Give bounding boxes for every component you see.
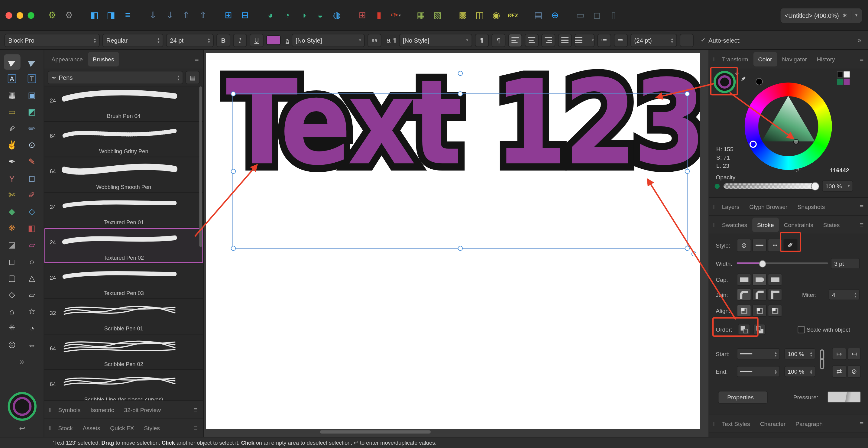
- selection-handle[interactable]: [685, 169, 690, 174]
- brush-category-select[interactable]: ✒ Pens ▴▾: [48, 71, 183, 84]
- align-left-button[interactable]: [508, 34, 522, 47]
- brush-item[interactable]: 24 Brush Pen 04: [44, 86, 204, 122]
- italic-button[interactable]: I: [233, 34, 247, 47]
- horizontal-scrollbar-thumb[interactable]: [320, 430, 431, 434]
- order-behind-button[interactable]: [738, 324, 750, 335]
- active-color-swatch[interactable]: [714, 71, 736, 93]
- forward-one-icon[interactable]: ⇑: [179, 7, 194, 24]
- cap-square-button[interactable]: [768, 274, 782, 286]
- tool-fill[interactable]: ◆: [4, 204, 20, 219]
- opacity-value-select[interactable]: 100 % ▾: [822, 180, 853, 192]
- document-page[interactable]: Text 123 Text 123: [206, 53, 700, 429]
- align-inside-stroke-button[interactable]: [752, 304, 767, 317]
- tool-gradient-picker[interactable]: ▱: [24, 237, 40, 252]
- tool-pencil[interactable]: ✎: [24, 154, 40, 169]
- panel-menu-icon[interactable]: ≡: [856, 221, 867, 229]
- font-family-select[interactable]: Block Pro ▴▾: [4, 34, 100, 47]
- stroke-none-button[interactable]: ⊘: [737, 239, 751, 252]
- selection-handle[interactable]: [231, 91, 236, 96]
- tab-transform[interactable]: Transform: [717, 52, 753, 66]
- view-mode-icon[interactable]: ▤: [531, 7, 546, 24]
- pixel-grid-icon[interactable]: ▦: [414, 7, 429, 24]
- tool-node[interactable]: ▶: [24, 54, 40, 69]
- tool-style-picker[interactable]: ✏: [24, 121, 40, 136]
- brush-item[interactable]: 32 Scribble Pen 01: [44, 299, 204, 334]
- join-miter-button[interactable]: [768, 289, 782, 300]
- font-style-select[interactable]: Regular ▴▾: [102, 34, 163, 47]
- tool-pentagon[interactable]: ⌂: [4, 303, 20, 319]
- tool-double-arrow[interactable]: ⇔: [24, 337, 40, 352]
- overflow-chevron-icon[interactable]: »: [858, 36, 861, 44]
- selection-bounding-box[interactable]: [232, 93, 688, 249]
- brush-item[interactable]: 64 Scribble Line (for closed curves): [44, 370, 204, 400]
- selection-handle[interactable]: [231, 246, 236, 250]
- stroke-dash-button[interactable]: ┅: [768, 239, 782, 252]
- tab-quick-fx[interactable]: Quick FX: [105, 421, 139, 435]
- tool-ellipse[interactable]: ○: [24, 253, 40, 269]
- insert-inside-icon[interactable]: ⊟: [238, 7, 253, 24]
- tool-trapezoid[interactable]: ▱: [24, 287, 40, 302]
- back-one-icon[interactable]: ⇓: [163, 7, 177, 24]
- document-title-chip[interactable]: <Untitled> (400.0%) ✱ ▾: [780, 7, 863, 23]
- panel-menu-icon[interactable]: ≡: [856, 203, 867, 210]
- preferences-gear-icon[interactable]: ⚙: [62, 7, 76, 24]
- width-slider-knob[interactable]: [759, 260, 766, 268]
- order-front-button[interactable]: [753, 324, 766, 335]
- pressure-profile-widget[interactable]: [828, 391, 861, 402]
- width-value-field[interactable]: 3 pt: [831, 258, 860, 269]
- boolean-combine-icon[interactable]: ◍: [330, 7, 345, 24]
- brush-item[interactable]: 64 Wobbling Smooth Pen: [44, 157, 204, 192]
- brush-item[interactable]: 64 Wobbling Gritty Pen: [44, 122, 204, 157]
- tab-text-styles[interactable]: Text Styles: [717, 416, 755, 431]
- insert-target-icon[interactable]: ⊕: [548, 7, 562, 24]
- selection-handle[interactable]: [231, 169, 236, 174]
- tool-zoom[interactable]: ⊙: [24, 137, 40, 153]
- brush-item[interactable]: 24 Textured Pen 01: [44, 192, 204, 228]
- no-arrow-button[interactable]: ⊘: [847, 365, 861, 378]
- snap-grid-icon[interactable]: ▩: [456, 7, 471, 24]
- tool-move[interactable]: ▶: [4, 54, 20, 69]
- tool-measure[interactable]: ▭: [4, 104, 20, 119]
- fill-stroke-color-indicator[interactable]: [8, 392, 37, 421]
- tool-frame-text[interactable]: T: [24, 71, 40, 86]
- tool-vector-crop[interactable]: ◻: [24, 171, 40, 186]
- start-line-style-select[interactable]: ▴▾: [737, 348, 780, 359]
- align-right-button[interactable]: [541, 34, 555, 47]
- tool-artistic-text[interactable]: A: [4, 71, 20, 86]
- misc-panel-icon[interactable]: ▭: [574, 7, 588, 24]
- numbered-list-button[interactable]: ≕: [614, 34, 628, 47]
- panel-menu-icon[interactable]: ≡: [856, 420, 867, 427]
- tab-constraints[interactable]: Constraints: [779, 218, 818, 232]
- hue-selector-dot[interactable]: [749, 141, 757, 148]
- scale-with-object-checkbox[interactable]: [798, 326, 805, 333]
- tab-stock[interactable]: Stock: [53, 421, 78, 435]
- tab-appearance[interactable]: Appearance: [46, 52, 88, 66]
- scrollbar-thumb[interactable]: [199, 86, 202, 247]
- properties-button[interactable]: Properties...: [718, 391, 768, 403]
- tab-snapshots[interactable]: Snapshots: [793, 199, 830, 214]
- justify-button[interactable]: [558, 34, 572, 47]
- boolean-divide-icon[interactable]: ◒: [313, 7, 328, 24]
- tab-styles[interactable]: Styles: [139, 421, 165, 435]
- misc-bar-icon[interactable]: ▯: [607, 7, 621, 24]
- tab-symbols[interactable]: Symbols: [53, 402, 86, 417]
- rotation-handle[interactable]: [458, 71, 463, 76]
- tab-color[interactable]: Color: [753, 52, 777, 66]
- swap-arrows-button[interactable]: ⇄: [832, 365, 846, 378]
- undo-icon[interactable]: ↩: [19, 424, 25, 432]
- tool-eraser[interactable]: ◪: [4, 237, 20, 252]
- cap-butt-button[interactable]: [737, 274, 751, 286]
- tool-shape-builder[interactable]: ◧: [24, 220, 40, 236]
- brush-item[interactable]: 64 Scribble Pen 02: [44, 334, 204, 370]
- width-slider[interactable]: [737, 262, 828, 264]
- color-sync-icon[interactable]: ⚙: [45, 7, 60, 24]
- snap-circle-icon[interactable]: ◉: [489, 7, 504, 24]
- end-line-style-select[interactable]: ▴▾: [737, 366, 780, 377]
- end-scale-field[interactable]: 100 % ▴▾: [784, 366, 815, 377]
- align-center-button[interactable]: [525, 34, 538, 47]
- panel-menu-icon[interactable]: ≡: [856, 55, 867, 63]
- tool-picture-frame[interactable]: ▣: [24, 87, 40, 103]
- tab-assets[interactable]: Assets: [78, 421, 105, 435]
- canvas-area[interactable]: Text 123 Text 123: [204, 50, 708, 437]
- swap-colors-icon[interactable]: ⇄: [734, 69, 740, 77]
